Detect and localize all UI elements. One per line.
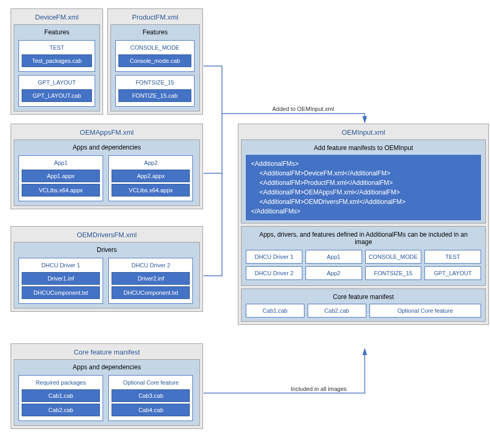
feature-fontsize: FONTSIZE_15 FONTIZE_15.cab: [115, 75, 195, 107]
cab2: Cab2.cab: [22, 404, 100, 416]
tag-row-3: Cab1.cab Cab2.cab Optional Core feature: [246, 304, 481, 318]
tag-app2: App2: [306, 266, 362, 280]
oemappsfm-section: Apps and dependencies: [17, 143, 197, 154]
driver2-pkg1: Driver2.inf: [112, 272, 190, 285]
productfm-section: Features: [114, 27, 197, 39]
oemdriversfm-panel: OEMDriversFM.xml Drivers DHCU Driver 1 D…: [11, 226, 203, 312]
tag-app1: App1: [306, 250, 362, 264]
feature-test-pkg: Test_packages.cab: [22, 54, 92, 67]
diagram-canvas: DeviceFM.xml Features TEST Test_packages…: [5, 5, 490, 448]
oemappsfm-title: OEMAppsFM.xml: [14, 127, 200, 139]
tag-row-2: DHCU Driver 2 App2 FONTSIZE_15 GPT_LAYOU…: [246, 266, 481, 280]
tag-dhcu2: DHCU Driver 2: [246, 266, 302, 280]
driver1-pkg1: Driver1.inf: [22, 272, 100, 285]
tag-optcore: Optional Core feature: [369, 304, 482, 318]
tag-gptlayout: GPT_LAYOUT: [424, 266, 481, 280]
feature-test-title: TEST: [22, 43, 92, 53]
driver2-card: DHCU Driver 2 Driver2.inf DHCUComponent.…: [108, 258, 193, 304]
oeminput-sec3-title: Core feature manifest: [246, 292, 481, 304]
app1-title: App1: [22, 158, 100, 168]
oeminput-title: OEMInput.xml: [241, 127, 486, 139]
code-l2: <AdditionalFM>ProductFM.xml</AdditionalF…: [251, 178, 476, 188]
feature-test: TEST Test_packages.cab: [19, 40, 95, 72]
oeminput-sec2-title: Apps, drivers, and features defined in A…: [246, 229, 481, 250]
feature-consolemode-title: CONSOLE_MODE: [118, 43, 191, 53]
feature-consolemode-pkg: Console_mode.cab: [118, 54, 191, 67]
productfm-inner: Features CONSOLE_MODE Console_mode.cab F…: [110, 24, 200, 111]
label-added-to: Added to OEMInput.xml: [272, 106, 334, 112]
cab4: Cab4.cab: [112, 404, 190, 416]
app1-card: App1 App1.appx VCLibs.x64.appx: [19, 155, 103, 201]
oeminput-included-section: Apps, drivers, and features defined in A…: [241, 226, 486, 286]
corefm-panel: Core feature manifest Apps and dependenc…: [11, 343, 203, 429]
corefm-section: Apps and dependencies: [17, 362, 197, 374]
oeminput-corefm-section: Core feature manifest Cab1.cab Cab2.cab …: [241, 288, 486, 322]
feature-consolemode: CONSOLE_MODE Console_mode.cab: [115, 40, 195, 72]
devicefm-panel: DeviceFM.xml Features TEST Test_packages…: [11, 8, 103, 115]
app2-pkg2: VCLibs.x64.appx: [112, 184, 190, 197]
code-close: </AdditionalFMs>: [251, 207, 476, 216]
devicefm-section: Features: [17, 27, 97, 39]
tag-fontsize: FONTSIZE_15: [365, 266, 422, 280]
oeminput-sec1-title: Add feature manifests to OEMInput: [246, 143, 481, 155]
code-l3: <AdditionalFM>OEMAppsFM.xml</AdditionalF…: [251, 188, 476, 197]
productfm-panel: ProductFM.xml Features CONSOLE_MODE Cons…: [107, 8, 203, 115]
feature-fontsize-title: FONTSIZE_15: [118, 78, 191, 88]
app1-pkg1: App1.appx: [22, 170, 100, 182]
code-l1: <AdditionalFM>DeviceFM.xml</AdditionalFM…: [251, 169, 476, 178]
optional-core-card: Optional Core feature Cab3.cab Cab4.cab: [108, 375, 193, 421]
driver1-card: DHCU Driver 1 Driver1.inf DHCUComponent.…: [19, 258, 103, 304]
required-packages-card: Required packages Cab1.cab Cab2.cab: [19, 375, 103, 421]
additionalfms-code: <AdditionalFMs> <AdditionalFM>DeviceFM.x…: [246, 155, 481, 220]
optional-core-title: Optional Core feature: [112, 378, 190, 388]
tag-cab1: Cab1.cab: [246, 304, 304, 318]
feature-gptlayout-title: GPT_LAYOUT: [22, 78, 92, 88]
feature-gptlayout-pkg: GPT_LAYOUT.cab: [22, 89, 92, 102]
app1-pkg2: VCLibs.x64.appx: [22, 184, 100, 197]
driver2-pkg2: DHCUComponent.txt: [112, 286, 190, 299]
cab1: Cab1.cab: [22, 389, 100, 402]
feature-gptlayout: GPT_LAYOUT GPT_LAYOUT.cab: [19, 75, 95, 107]
tag-consolemode: CONSOLE_MODE: [365, 250, 422, 264]
devicefm-title: DeviceFM.xml: [14, 12, 100, 24]
oeminput-panel: OEMInput.xml Add feature manifests to OE…: [238, 124, 489, 325]
oemappsfm-inner: Apps and dependencies App1 App1.appx VCL…: [14, 139, 200, 206]
oemdriversfm-section: Drivers: [17, 245, 197, 256]
oeminput-manifests-section: Add feature manifests to OEMInput <Addit…: [241, 139, 486, 223]
oemdriversfm-title: OEMDriversFM.xml: [14, 229, 200, 242]
tag-row-1: DHCU Driver 1 App1 CONSOLE_MODE TEST: [246, 250, 481, 264]
driver1-title: DHCU Driver 1: [22, 261, 100, 270]
devicefm-inner: Features TEST Test_packages.cab GPT_LAYO…: [14, 24, 100, 111]
app2-title: App2: [112, 158, 190, 168]
cab3: Cab3.cab: [112, 389, 190, 402]
productfm-title: ProductFM.xml: [110, 12, 200, 24]
oemappsfm-panel: OEMAppsFM.xml Apps and dependencies App1…: [11, 124, 203, 209]
tag-test: TEST: [424, 250, 481, 264]
required-packages-title: Required packages: [22, 378, 100, 388]
app2-pkg1: App2.appx: [112, 170, 190, 182]
label-included-all: Included in all images: [291, 386, 347, 392]
driver2-title: DHCU Driver 2: [112, 261, 190, 270]
code-open: <AdditionalFMs>: [251, 159, 476, 169]
tag-cab2: Cab2.cab: [308, 304, 366, 318]
corefm-inner: Apps and dependencies Required packages …: [14, 359, 200, 426]
code-l4: <AdditionalFM>OEMDriversFM.xml</Addition…: [251, 197, 476, 207]
driver1-pkg2: DHCUComponent.txt: [22, 286, 100, 299]
app2-card: App2 App2.appx VCLibs.x64.appx: [108, 155, 193, 201]
oemdriversfm-inner: Drivers DHCU Driver 1 Driver1.inf DHCUCo…: [14, 242, 200, 309]
feature-fontsize-pkg: FONTIZE_15.cab: [118, 89, 191, 102]
tag-dhcu1: DHCU Driver 1: [246, 250, 302, 264]
corefm-title: Core feature manifest: [14, 347, 200, 359]
